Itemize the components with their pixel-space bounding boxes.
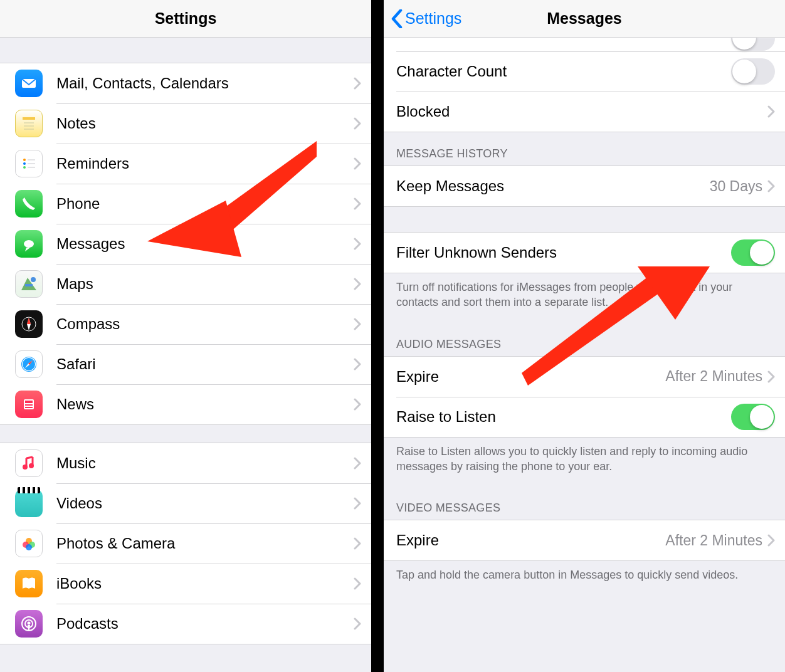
settings-item-label: Music (56, 454, 354, 472)
svg-point-28 (29, 463, 34, 468)
settings-item-compass[interactable]: Compass (0, 304, 371, 344)
row-keep-messages[interactable]: Keep Messages 30 Days (384, 166, 785, 206)
messages-icon (15, 230, 43, 258)
settings-item-mail[interactable]: Mail, Contacts, Calendars (0, 63, 371, 103)
chevron-icon (354, 197, 361, 210)
row-raise-to-listen[interactable]: Raise to Listen (384, 397, 785, 437)
settings-item-videos[interactable]: Videos (0, 483, 371, 523)
video-expire-label: Expire (396, 532, 665, 549)
settings-item-messages[interactable]: Messages (0, 224, 371, 264)
settings-item-label: Photos & Camera (56, 535, 354, 552)
raise-to-listen-label: Raise to Listen (396, 408, 731, 426)
chevron-icon (767, 534, 775, 547)
ibooks-icon (15, 570, 43, 597)
footer-video-messages: Tap and hold the camera button in Messag… (384, 561, 785, 591)
settings-title: Settings (155, 9, 217, 28)
messages-settings-screen: Settings Messages Character Count Blocke… (384, 0, 785, 672)
svg-rect-1 (23, 117, 35, 120)
videos-icon (15, 490, 43, 517)
header-video-messages: VIDEO MESSAGES (384, 483, 785, 520)
settings-item-photos[interactable]: Photos & Camera (0, 523, 371, 564)
settings-item-label: Maps (56, 275, 354, 293)
settings-item-maps[interactable]: Maps (0, 264, 371, 304)
svg-rect-24 (25, 401, 33, 403)
character-count-label: Character Count (396, 63, 731, 80)
svg-point-6 (23, 162, 26, 165)
row-blocked[interactable]: Blocked (384, 92, 785, 132)
chevron-icon (354, 537, 361, 550)
audio-expire-label: Expire (396, 368, 665, 386)
chevron-icon (354, 117, 361, 130)
svg-marker-17 (27, 318, 31, 324)
blocked-label: Blocked (396, 103, 767, 120)
messages-title: Messages (547, 9, 622, 28)
settings-item-label: Notes (56, 115, 354, 132)
settings-item-label: News (56, 396, 354, 413)
chevron-icon (354, 238, 361, 250)
footer-filter-unknown: Turn off notifications for iMessages fro… (384, 273, 785, 319)
news-icon (15, 391, 43, 418)
back-label: Settings (405, 9, 461, 28)
toggle-character-count[interactable] (731, 58, 775, 85)
footer-raise-to-listen: Raise to Listen allows you to quickly li… (384, 438, 785, 483)
svg-rect-13 (25, 284, 33, 286)
svg-marker-11 (25, 248, 30, 251)
row-character-count[interactable]: Character Count (384, 51, 785, 92)
settings-item-notes[interactable]: Notes (0, 103, 371, 144)
row-subject-field-cutoff[interactable] (384, 38, 785, 51)
toggle-raise-to-listen[interactable] (731, 404, 775, 430)
settings-item-reminders[interactable]: Reminders (0, 144, 371, 184)
chevron-icon (354, 457, 361, 470)
svg-point-14 (31, 277, 36, 282)
screens-divider (371, 0, 384, 672)
settings-item-label: Phone (56, 195, 354, 213)
keep-messages-value: 30 Days (710, 178, 762, 195)
chevron-icon (767, 105, 775, 118)
chevron-icon (354, 497, 361, 510)
settings-item-label: Safari (56, 355, 354, 373)
keep-messages-label: Keep Messages (396, 177, 710, 195)
toggle-filter-unknown[interactable] (731, 239, 775, 266)
back-button[interactable]: Settings (391, 0, 461, 37)
row-filter-unknown-senders[interactable]: Filter Unknown Senders (384, 233, 785, 273)
settings-item-label: Videos (56, 495, 354, 512)
chevron-icon (354, 358, 361, 370)
toggle-prev-cutoff[interactable] (731, 38, 775, 51)
notes-icon (15, 110, 43, 137)
phone-icon (15, 190, 43, 218)
chevron-icon (354, 318, 361, 330)
chevron-icon (767, 180, 775, 192)
settings-item-news[interactable]: News (0, 384, 371, 424)
svg-point-5 (23, 159, 26, 161)
filter-unknown-label: Filter Unknown Senders (396, 244, 731, 261)
settings-item-safari[interactable]: Safari (0, 344, 371, 384)
chevron-icon (354, 617, 361, 630)
chevron-icon (767, 370, 775, 383)
settings-item-label: iBooks (56, 575, 354, 592)
settings-item-label: Messages (56, 235, 354, 253)
settings-item-music[interactable]: Music (0, 443, 371, 483)
messages-navbar: Settings Messages (384, 0, 785, 38)
settings-item-phone[interactable]: Phone (0, 184, 371, 224)
video-expire-value: After 2 Minutes (665, 532, 762, 549)
audio-expire-value: After 2 Minutes (665, 368, 762, 385)
svg-point-7 (23, 166, 26, 169)
chevron-icon (354, 398, 361, 411)
settings-item-label: Podcasts (56, 615, 354, 633)
messages-settings-list[interactable]: Character Count Blocked MESSAGE HISTORY … (384, 38, 785, 672)
chevron-icon (354, 77, 361, 90)
settings-item-podcasts[interactable]: Podcasts (0, 604, 371, 644)
settings-item-label: Mail, Contacts, Calendars (56, 75, 354, 92)
maps-icon (15, 270, 43, 298)
chevron-icon (354, 278, 361, 290)
settings-item-label: Compass (56, 315, 354, 333)
header-audio-messages: AUDIO MESSAGES (384, 319, 785, 356)
settings-item-ibooks[interactable]: iBooks (0, 564, 371, 604)
podcasts-icon (15, 610, 43, 638)
row-audio-expire[interactable]: Expire After 2 Minutes (384, 357, 785, 397)
safari-icon (15, 350, 43, 378)
settings-list[interactable]: Mail, Contacts, CalendarsNotesRemindersP… (0, 38, 371, 672)
chevron-icon (354, 157, 361, 170)
settings-screen: Settings Mail, Contacts, CalendarsNotesR… (0, 0, 371, 672)
row-video-expire[interactable]: Expire After 2 Minutes (384, 520, 785, 560)
